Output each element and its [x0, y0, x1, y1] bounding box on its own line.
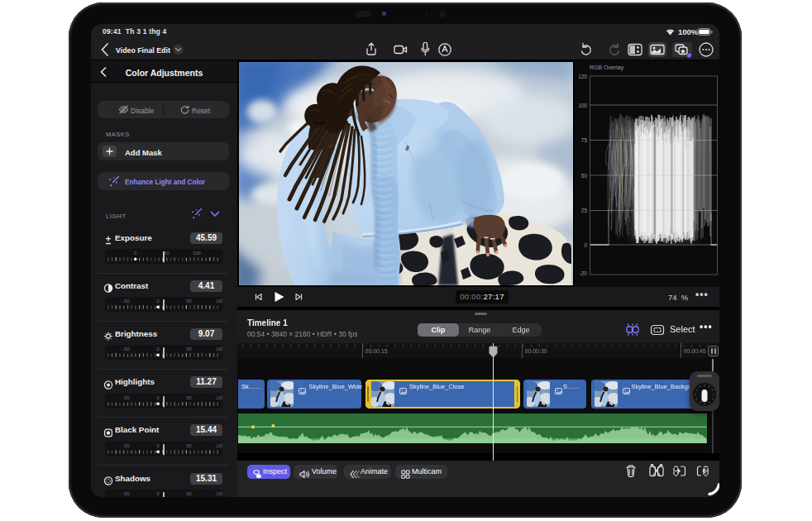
svg-text:50: 50: [186, 491, 191, 496]
svg-text:100: 100: [216, 491, 222, 496]
svg-text:0: 0: [584, 242, 587, 248]
svg-text:100: 100: [216, 443, 222, 448]
svg-text:100%: 100%: [678, 27, 699, 36]
svg-text:0: 0: [156, 347, 159, 352]
svg-text:0: 0: [156, 299, 159, 304]
svg-text:120: 120: [578, 74, 587, 79]
svg-text:0: 0: [134, 251, 136, 256]
svg-text:50: 50: [581, 173, 588, 179]
svg-text:-50: -50: [122, 299, 129, 304]
svg-text:50: 50: [186, 395, 191, 400]
svg-text:00:00:30: 00:00:30: [525, 348, 547, 354]
svg-text:00:00:45: 00:00:45: [684, 348, 706, 354]
svg-text:-50: -50: [122, 491, 129, 496]
svg-text:50: 50: [186, 443, 191, 448]
svg-text:100: 100: [578, 103, 587, 108]
svg-text:Video Final Edit: Video Final Edit: [116, 46, 170, 55]
svg-text:00:00:15: 00:00:15: [365, 348, 388, 354]
svg-text:100: 100: [216, 299, 222, 304]
svg-text:RGB Overlay: RGB Overlay: [590, 65, 624, 71]
svg-text:-50: -50: [122, 347, 129, 352]
svg-text:50: 50: [186, 299, 191, 304]
svg-text:75: 75: [581, 137, 588, 143]
svg-text:25: 25: [581, 208, 588, 213]
svg-text:100: 100: [193, 251, 201, 256]
svg-text:-20: -20: [580, 270, 588, 276]
svg-text:0: 0: [156, 443, 159, 448]
svg-text:0: 0: [156, 395, 159, 400]
svg-text:100: 100: [216, 347, 222, 352]
svg-text:-50: -50: [122, 443, 129, 448]
svg-text:100: 100: [216, 395, 222, 400]
svg-text:-50: -50: [122, 395, 129, 400]
svg-text:50: 50: [186, 347, 191, 352]
svg-text:0: 0: [156, 491, 159, 496]
